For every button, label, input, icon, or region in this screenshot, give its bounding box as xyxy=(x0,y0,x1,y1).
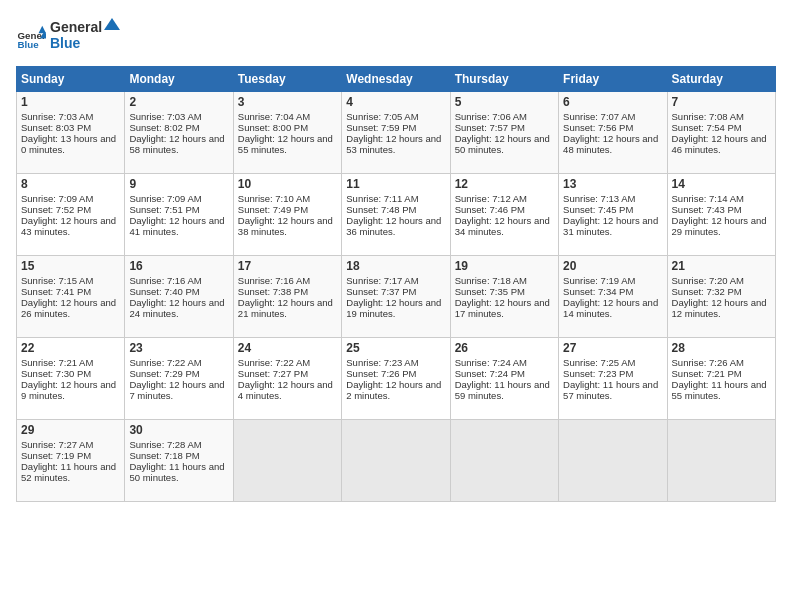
daylight: Daylight: 12 hours and 58 minutes. xyxy=(129,133,224,155)
sunset: Sunset: 7:37 PM xyxy=(346,286,416,297)
calendar-cell xyxy=(559,420,667,502)
sunrise: Sunrise: 7:16 AM xyxy=(129,275,201,286)
logo: General Blue General Blue xyxy=(16,16,120,58)
day-number: 3 xyxy=(238,95,337,109)
calendar-cell xyxy=(450,420,558,502)
sunrise: Sunrise: 7:11 AM xyxy=(346,193,418,204)
day-number: 14 xyxy=(672,177,771,191)
sunset: Sunset: 7:30 PM xyxy=(21,368,91,379)
day-number: 7 xyxy=(672,95,771,109)
sunrise: Sunrise: 7:13 AM xyxy=(563,193,635,204)
calendar-cell xyxy=(233,420,341,502)
calendar-cell: 9Sunrise: 7:09 AMSunset: 7:51 PMDaylight… xyxy=(125,174,233,256)
sunrise: Sunrise: 7:16 AM xyxy=(238,275,310,286)
sunset: Sunset: 7:34 PM xyxy=(563,286,633,297)
daylight: Daylight: 12 hours and 21 minutes. xyxy=(238,297,333,319)
daylight: Daylight: 12 hours and 34 minutes. xyxy=(455,215,550,237)
calendar-cell: 29Sunrise: 7:27 AMSunset: 7:19 PMDayligh… xyxy=(17,420,125,502)
sunset: Sunset: 7:18 PM xyxy=(129,450,199,461)
calendar-cell xyxy=(342,420,450,502)
day-header-tuesday: Tuesday xyxy=(233,67,341,92)
daylight: Daylight: 12 hours and 19 minutes. xyxy=(346,297,441,319)
calendar-cell: 5Sunrise: 7:06 AMSunset: 7:57 PMDaylight… xyxy=(450,92,558,174)
day-number: 19 xyxy=(455,259,554,273)
sunset: Sunset: 7:23 PM xyxy=(563,368,633,379)
daylight: Daylight: 12 hours and 43 minutes. xyxy=(21,215,116,237)
calendar-cell: 28Sunrise: 7:26 AMSunset: 7:21 PMDayligh… xyxy=(667,338,775,420)
day-number: 6 xyxy=(563,95,662,109)
calendar-cell: 11Sunrise: 7:11 AMSunset: 7:48 PMDayligh… xyxy=(342,174,450,256)
day-number: 12 xyxy=(455,177,554,191)
day-number: 28 xyxy=(672,341,771,355)
calendar-table: SundayMondayTuesdayWednesdayThursdayFrid… xyxy=(16,66,776,502)
daylight: Daylight: 12 hours and 38 minutes. xyxy=(238,215,333,237)
sunset: Sunset: 7:59 PM xyxy=(346,122,416,133)
daylight: Daylight: 13 hours and 0 minutes. xyxy=(21,133,116,155)
sunset: Sunset: 7:48 PM xyxy=(346,204,416,215)
calendar-cell: 8Sunrise: 7:09 AMSunset: 7:52 PMDaylight… xyxy=(17,174,125,256)
daylight: Daylight: 11 hours and 59 minutes. xyxy=(455,379,550,401)
svg-marker-6 xyxy=(104,18,120,30)
day-number: 21 xyxy=(672,259,771,273)
sunrise: Sunrise: 7:03 AM xyxy=(21,111,93,122)
daylight: Daylight: 12 hours and 55 minutes. xyxy=(238,133,333,155)
sunrise: Sunrise: 7:24 AM xyxy=(455,357,527,368)
calendar-cell: 1Sunrise: 7:03 AMSunset: 8:03 PMDaylight… xyxy=(17,92,125,174)
day-header-sunday: Sunday xyxy=(17,67,125,92)
daylight: Daylight: 12 hours and 29 minutes. xyxy=(672,215,767,237)
daylight: Daylight: 12 hours and 4 minutes. xyxy=(238,379,333,401)
calendar-cell: 13Sunrise: 7:13 AMSunset: 7:45 PMDayligh… xyxy=(559,174,667,256)
sunset: Sunset: 7:35 PM xyxy=(455,286,525,297)
calendar-cell: 27Sunrise: 7:25 AMSunset: 7:23 PMDayligh… xyxy=(559,338,667,420)
day-number: 4 xyxy=(346,95,445,109)
daylight: Daylight: 12 hours and 46 minutes. xyxy=(672,133,767,155)
sunrise: Sunrise: 7:26 AM xyxy=(672,357,744,368)
sunset: Sunset: 7:26 PM xyxy=(346,368,416,379)
daylight: Daylight: 12 hours and 2 minutes. xyxy=(346,379,441,401)
sunrise: Sunrise: 7:12 AM xyxy=(455,193,527,204)
day-number: 23 xyxy=(129,341,228,355)
calendar-cell: 3Sunrise: 7:04 AMSunset: 8:00 PMDaylight… xyxy=(233,92,341,174)
calendar-cell: 7Sunrise: 7:08 AMSunset: 7:54 PMDaylight… xyxy=(667,92,775,174)
sunrise: Sunrise: 7:23 AM xyxy=(346,357,418,368)
day-number: 22 xyxy=(21,341,120,355)
calendar-cell: 30Sunrise: 7:28 AMSunset: 7:18 PMDayligh… xyxy=(125,420,233,502)
sunset: Sunset: 7:41 PM xyxy=(21,286,91,297)
day-number: 5 xyxy=(455,95,554,109)
sunset: Sunset: 7:38 PM xyxy=(238,286,308,297)
sunrise: Sunrise: 7:07 AM xyxy=(563,111,635,122)
sunrise: Sunrise: 7:17 AM xyxy=(346,275,418,286)
calendar-cell: 18Sunrise: 7:17 AMSunset: 7:37 PMDayligh… xyxy=(342,256,450,338)
sunset: Sunset: 7:43 PM xyxy=(672,204,742,215)
daylight: Daylight: 12 hours and 24 minutes. xyxy=(129,297,224,319)
day-number: 24 xyxy=(238,341,337,355)
sunset: Sunset: 7:49 PM xyxy=(238,204,308,215)
sunrise: Sunrise: 7:19 AM xyxy=(563,275,635,286)
calendar-cell: 24Sunrise: 7:22 AMSunset: 7:27 PMDayligh… xyxy=(233,338,341,420)
header: General Blue General Blue xyxy=(16,16,776,58)
daylight: Daylight: 12 hours and 14 minutes. xyxy=(563,297,658,319)
daylight: Daylight: 12 hours and 48 minutes. xyxy=(563,133,658,155)
sunset: Sunset: 8:03 PM xyxy=(21,122,91,133)
day-number: 18 xyxy=(346,259,445,273)
calendar-cell: 17Sunrise: 7:16 AMSunset: 7:38 PMDayligh… xyxy=(233,256,341,338)
sunset: Sunset: 7:19 PM xyxy=(21,450,91,461)
calendar-cell: 4Sunrise: 7:05 AMSunset: 7:59 PMDaylight… xyxy=(342,92,450,174)
day-number: 2 xyxy=(129,95,228,109)
calendar-cell: 25Sunrise: 7:23 AMSunset: 7:26 PMDayligh… xyxy=(342,338,450,420)
sunrise: Sunrise: 7:09 AM xyxy=(129,193,201,204)
week-row-3: 15Sunrise: 7:15 AMSunset: 7:41 PMDayligh… xyxy=(17,256,776,338)
calendar-cell: 2Sunrise: 7:03 AMSunset: 8:02 PMDaylight… xyxy=(125,92,233,174)
calendar-cell: 21Sunrise: 7:20 AMSunset: 7:32 PMDayligh… xyxy=(667,256,775,338)
sunrise: Sunrise: 7:28 AM xyxy=(129,439,201,450)
day-number: 30 xyxy=(129,423,228,437)
sunset: Sunset: 7:45 PM xyxy=(563,204,633,215)
sunset: Sunset: 7:21 PM xyxy=(672,368,742,379)
sunset: Sunset: 8:00 PM xyxy=(238,122,308,133)
calendar-cell: 19Sunrise: 7:18 AMSunset: 7:35 PMDayligh… xyxy=(450,256,558,338)
sunset: Sunset: 7:46 PM xyxy=(455,204,525,215)
sunrise: Sunrise: 7:06 AM xyxy=(455,111,527,122)
sunrise: Sunrise: 7:14 AM xyxy=(672,193,744,204)
daylight: Daylight: 11 hours and 55 minutes. xyxy=(672,379,767,401)
sunrise: Sunrise: 7:22 AM xyxy=(129,357,201,368)
